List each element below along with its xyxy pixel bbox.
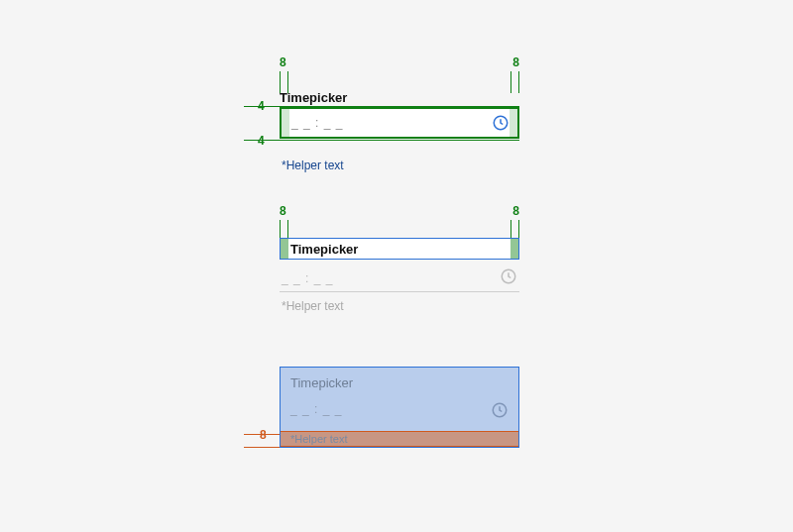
time-input[interactable]: _ _ : _ _ <box>280 269 519 292</box>
timepicker-spec-input-padding: Timepicker _ _ : _ _ <box>280 89 519 139</box>
guide-line <box>244 106 519 107</box>
clock-icon[interactable] <box>492 114 510 132</box>
helper-text: *Helper text <box>282 159 344 172</box>
helper-text: *Helper text <box>282 299 344 313</box>
clock-icon[interactable] <box>500 267 517 285</box>
measure-8: 8 <box>512 55 519 69</box>
spec2-top-guides: 8 8 <box>280 208 519 242</box>
timepicker-spec-helper-gap: Timepicker _ _ : _ _ *Helper text <box>280 367 519 448</box>
clock-icon[interactable] <box>491 401 509 419</box>
field-label: Timepicker <box>290 242 358 257</box>
padding-overlay-left <box>281 239 288 259</box>
input-placeholder: _ _ : _ _ <box>291 116 343 130</box>
field-label-container: Timepicker <box>280 238 519 260</box>
field-label: Timepicker <box>290 375 509 390</box>
time-input[interactable]: _ _ : _ _ <box>280 107 519 139</box>
spec1-top-guides: 8 8 <box>280 59 519 93</box>
field-label: Timepicker <box>280 89 519 107</box>
helper-gap-overlay: *Helper text <box>281 431 518 447</box>
measure-8: 8 <box>280 55 286 69</box>
timepicker-block: Timepicker _ _ : _ _ *Helper text <box>280 367 519 448</box>
measure-8: 8 <box>280 204 286 218</box>
timepicker-spec-label-padding: Timepicker _ _ : _ _ <box>280 238 519 292</box>
padding-overlay-right <box>510 239 518 259</box>
helper-text: *Helper text <box>290 433 347 445</box>
measure-8: 8 <box>512 204 519 218</box>
padding-overlay-right <box>510 109 517 137</box>
measure-4: 4 <box>258 134 265 148</box>
input-placeholder: _ _ : _ _ <box>282 271 333 285</box>
padding-overlay-left <box>282 109 289 137</box>
input-placeholder: _ _ : _ _ <box>290 402 509 416</box>
guide-line <box>244 140 519 141</box>
measure-8: 8 <box>260 428 267 442</box>
